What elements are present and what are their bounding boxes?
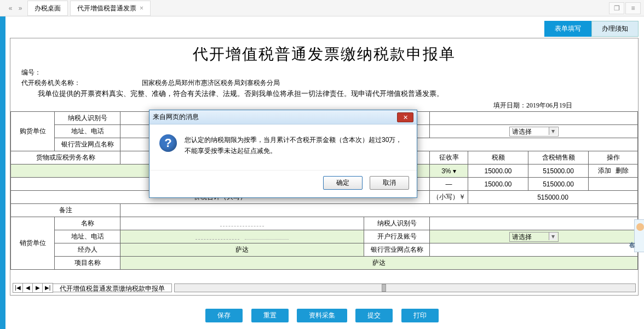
fill-date-label: 填开日期： — [493, 101, 526, 109]
seller-addr-label: 地址、电话 — [55, 230, 120, 243]
tab-form-fill[interactable]: 表单填写 — [544, 21, 591, 37]
tab-desktop-label: 办税桌面 — [34, 1, 61, 16]
save-button[interactable]: 保存 — [205, 309, 243, 322]
handler-label: 经办人 — [55, 243, 120, 257]
question-icon: ? — [159, 134, 177, 152]
tabs-next-icon[interactable]: » — [15, 3, 25, 14]
fill-date-value: 2019年06月19日 — [526, 101, 572, 109]
close-icon[interactable]: × — [140, 1, 143, 16]
tab-desktop[interactable]: 办税桌面 — [27, 1, 68, 16]
rate-select[interactable]: 3% ▾ — [430, 164, 468, 178]
bankacct-label: 开户行及账号 — [364, 230, 430, 243]
lower-amount: 515000.00 — [468, 191, 638, 204]
dialog-ok-button[interactable]: 确定 — [323, 176, 363, 190]
total-gross: 515000.00 — [528, 178, 589, 191]
delete-button[interactable]: 删除 — [613, 166, 631, 175]
dialog-title: 来自网页的消息 — [153, 112, 397, 122]
goods-header: 货物或应税劳务名称 — [11, 151, 120, 164]
bankbranch-label: 银行营业网点名称 — [55, 138, 120, 151]
seller-bankbranch-label: 银行营业网点名称 — [364, 243, 430, 257]
tab-invoice-label: 代开增值税普通发票 — [77, 1, 136, 16]
page-title: 代开增值税普通发票缴纳税款申报单 — [10, 38, 638, 68]
dialog-cancel-button[interactable]: 取消 — [370, 176, 409, 190]
sheet-first-icon[interactable]: |◀ — [13, 283, 23, 292]
collect-button[interactable]: 资料采集 — [297, 309, 347, 322]
tab-invoice[interactable]: 代开增值税普通发票× — [70, 1, 151, 16]
sheet-prev-icon[interactable]: ◀ — [23, 283, 33, 292]
add-button[interactable]: 添加 — [596, 166, 613, 175]
side-float-helper[interactable]: 在客 — [634, 219, 644, 252]
gross-cell: 515000.00 — [528, 164, 589, 178]
menu-button[interactable]: ≡ — [625, 2, 641, 14]
project-label: 项目名称 — [55, 257, 120, 270]
tab-notice[interactable]: 办理须知 — [591, 21, 639, 37]
sheet-tab[interactable]: 代开增值税普通发票缴纳税款申报单 — [53, 283, 172, 292]
sheet-last-icon[interactable]: ▶| — [43, 283, 53, 292]
seller-taxid-input[interactable] — [430, 217, 638, 230]
seller-addr-input[interactable] — [120, 230, 364, 243]
bottom-toolbar: 保存 重置 资料采集 提交 打印 — [0, 309, 644, 322]
ops-header: 操作 — [589, 151, 638, 164]
remark-label: 备注 — [11, 204, 120, 217]
reset-button[interactable]: 重置 — [251, 309, 289, 322]
lower-label: （小写）￥ — [430, 191, 468, 204]
remark-input[interactable] — [120, 204, 638, 217]
sheet-nav: |◀ ◀ ▶ ▶| 代开增值税普通发票缴纳税款申报单 — [13, 283, 636, 293]
seller-bank-select[interactable]: 请选择 — [430, 230, 638, 243]
buyer-label: 购货单位 — [11, 112, 55, 151]
buyer-taxid-extra[interactable] — [430, 112, 638, 125]
total-dash: — — [430, 178, 468, 191]
avatar-icon — [636, 223, 644, 231]
history-button[interactable]: ❐ — [609, 2, 624, 14]
print-button[interactable]: 打印 — [401, 309, 439, 322]
buyer-bank-select[interactable]: 请选择 — [430, 125, 638, 138]
agency-label: 代开税务机关名称： — [21, 78, 142, 88]
seller-name-label: 名称 — [55, 217, 120, 230]
tax-cell: 15000.00 — [468, 164, 528, 178]
bianhao-label: 编号： — [21, 68, 142, 77]
horizontal-scrollbar[interactable] — [174, 283, 636, 292]
side-accent — [0, 16, 5, 329]
gross-header: 含税销售额 — [528, 151, 589, 164]
sheet-next-icon[interactable]: ▶ — [33, 283, 43, 292]
seller-label: 销货单位 — [11, 217, 55, 270]
project-input[interactable]: 萨达 — [120, 257, 638, 270]
addr-label: 地址、电话 — [55, 125, 120, 138]
rate-header: 征收率 — [430, 151, 468, 164]
dialog: 来自网页的消息 ✕ ? 您认定的纳税期限为按季，当月累计不含税开票金额（含本次）… — [149, 110, 417, 198]
total-tax: 15000.00 — [468, 178, 528, 191]
tab-bar: « » 办税桌面 代开增值税普通发票× ❐ ≡ — [0, 0, 644, 16]
taxamt-header: 税额 — [468, 151, 528, 164]
agency-value: 国家税务总局郑州市惠济区税务局刘寨税务分局 — [142, 79, 280, 87]
dialog-message: 您认定的纳税期限为按季，当月累计不含税开票金额（含本次）超过30万，不能享受按季… — [185, 134, 407, 157]
dialog-close-button[interactable]: ✕ — [397, 112, 413, 122]
ops-cell: 添加删除 — [589, 164, 638, 178]
submit-button[interactable]: 提交 — [355, 309, 393, 322]
seller-name-input[interactable] — [120, 217, 364, 230]
seller-bankbranch-input[interactable] — [430, 243, 638, 257]
tabs-prev-icon[interactable]: « — [5, 3, 15, 14]
handler-input[interactable]: 萨达 — [120, 243, 364, 257]
seller-taxid-label: 纳税人识别号 — [364, 217, 430, 230]
taxid-label: 纳税人识别号 — [55, 112, 120, 125]
declaration-text: 我单位提供的开票资料真实、完整、准确，符合有关法律、法规。否则我单位将承担一切法… — [10, 89, 638, 101]
